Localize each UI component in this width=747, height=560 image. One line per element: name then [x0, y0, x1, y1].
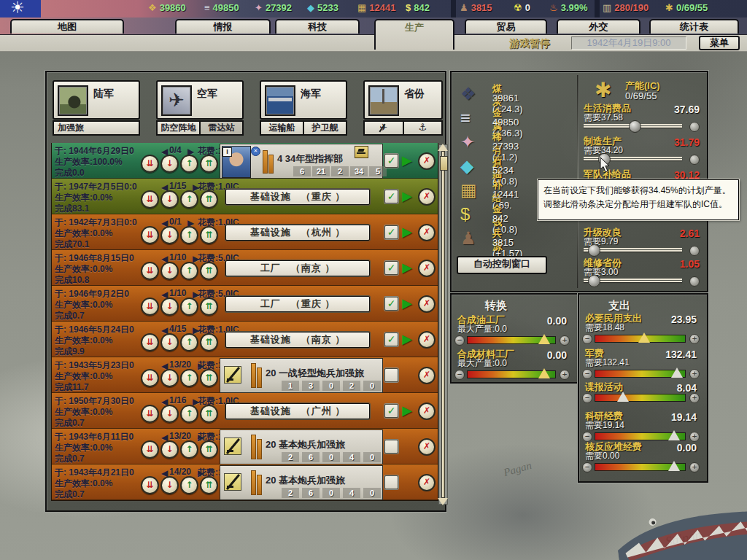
- priority-down-button[interactable]: ↓: [160, 190, 179, 209]
- slider-minus-button[interactable]: −: [582, 462, 592, 472]
- priority-down-double-button[interactable]: ⇊: [141, 190, 159, 209]
- slider-plus-button[interactable]: +: [689, 369, 700, 379]
- cancel-production-button[interactable]: ✗: [418, 331, 436, 349]
- priority-up-double-button[interactable]: ⇈: [200, 333, 218, 351]
- row-checkbox[interactable]: ✓: [384, 154, 398, 168]
- priority-up-double-button[interactable]: ⇈: [200, 226, 218, 244]
- row-checkbox[interactable]: ✓: [384, 190, 398, 203]
- priority-up-button[interactable]: ↑: [180, 476, 198, 494]
- run-production-button[interactable]: ▶: [402, 188, 412, 203]
- slider-minus-button[interactable]: −: [454, 335, 465, 346]
- priority-down-double-button[interactable]: ⇊: [141, 155, 159, 173]
- priority-up-button[interactable]: ↑: [180, 440, 198, 459]
- priority-up-double-button[interactable]: ⇈: [200, 190, 218, 209]
- tab-地图[interactable]: 地图: [10, 19, 124, 34]
- row-checkbox[interactable]: ✓: [384, 225, 398, 239]
- naval-strike-button[interactable]: ✈: [363, 120, 404, 136]
- priority-up-double-button[interactable]: ⇈: [200, 262, 218, 280]
- priority-up-double-button[interactable]: ⇈: [200, 369, 218, 387]
- priority-up-button[interactable]: ↑: [180, 190, 198, 209]
- category-海军[interactable]: 海军: [260, 80, 347, 120]
- priority-down-double-button[interactable]: ⇊: [141, 298, 159, 316]
- slider-plus-button[interactable]: +: [560, 335, 570, 346]
- priority-down-double-button[interactable]: ⇊: [141, 262, 159, 280]
- ic-slider-right-button[interactable]: [689, 155, 700, 165]
- cancel-production-button[interactable]: ✗: [418, 438, 436, 456]
- priority-up-button[interactable]: ↑: [180, 298, 198, 316]
- priority-up-double-button[interactable]: ⇈: [200, 298, 218, 316]
- slider-thumb[interactable]: [668, 430, 680, 440]
- cancel-production-button[interactable]: ✗: [418, 260, 436, 277]
- row-checkbox[interactable]: [384, 368, 398, 382]
- slider-thumb[interactable]: [538, 334, 550, 344]
- slider-thumb[interactable]: [538, 368, 550, 378]
- ic-slider-right-button[interactable]: [689, 246, 700, 256]
- priority-down-double-button[interactable]: ⇊: [141, 226, 159, 244]
- auto-control-window-button[interactable]: 自动控制窗口: [457, 256, 547, 274]
- priority-up-double-button[interactable]: ⇈: [200, 405, 218, 423]
- detach-icon[interactable]: ✕: [251, 147, 260, 156]
- priority-down-button[interactable]: ↓: [160, 440, 179, 459]
- priority-down-button[interactable]: ↓: [160, 333, 179, 351]
- sub-button-运输船[interactable]: 运输船: [260, 120, 304, 136]
- cancel-production-button[interactable]: ✗: [418, 188, 436, 206]
- priority-down-button[interactable]: ↓: [160, 476, 179, 494]
- production-scrollbar[interactable]: [438, 144, 448, 505]
- priority-down-double-button[interactable]: ⇊: [141, 440, 159, 459]
- sub-button-加强旅[interactable]: 加强旅: [53, 120, 140, 136]
- ic-slider-right-button[interactable]: [689, 276, 700, 287]
- priority-up-button[interactable]: ↑: [180, 333, 198, 351]
- building-name-button[interactable]: 基础设施 （广州 ）: [225, 403, 370, 419]
- cancel-production-button[interactable]: ✗: [418, 295, 436, 313]
- priority-up-button[interactable]: ↑: [180, 155, 198, 173]
- tab-情报[interactable]: 情报: [175, 19, 271, 34]
- slider-minus-button[interactable]: −: [582, 334, 592, 344]
- priority-down-button[interactable]: ↓: [160, 405, 179, 423]
- priority-down-button[interactable]: ↓: [160, 298, 179, 316]
- priority-up-double-button[interactable]: ⇈: [200, 476, 218, 494]
- cancel-production-button[interactable]: ✗: [418, 152, 436, 170]
- run-production-button[interactable]: ▶: [402, 331, 412, 346]
- building-name-button[interactable]: 基础设施 （杭州 ）: [225, 225, 370, 241]
- row-checkbox[interactable]: [384, 440, 398, 454]
- slider-minus-button[interactable]: −: [582, 369, 592, 379]
- priority-up-button[interactable]: ↑: [180, 405, 198, 423]
- priority-up-double-button[interactable]: ⇈: [200, 155, 218, 173]
- slider-plus-button[interactable]: +: [560, 370, 570, 380]
- slider-thumb[interactable]: [671, 368, 683, 378]
- building-name-button[interactable]: 工厂 （南京 ）: [225, 260, 370, 276]
- run-production-button[interactable]: ▶: [402, 295, 412, 311]
- slider-minus-button[interactable]: −: [582, 393, 592, 403]
- tab-外交[interactable]: 外交: [557, 19, 640, 34]
- run-production-button[interactable]: ▶: [402, 402, 412, 418]
- priority-down-button[interactable]: ↓: [160, 369, 179, 387]
- row-checkbox[interactable]: ✓: [384, 297, 398, 311]
- slider-thumb[interactable]: [638, 332, 650, 343]
- building-name-button[interactable]: 基础设施 （重庆 ）: [225, 189, 370, 205]
- priority-up-button[interactable]: ↑: [180, 226, 198, 244]
- slider-thumb[interactable]: [617, 392, 629, 402]
- menu-button[interactable]: 菜单: [699, 36, 740, 50]
- slider-plus-button[interactable]: +: [689, 462, 700, 472]
- row-checkbox[interactable]: [384, 475, 398, 489]
- sub-button-防空阵地[interactable]: 防空阵地: [156, 120, 201, 136]
- sub-button-护卫舰[interactable]: 护卫舰: [303, 120, 347, 136]
- priority-up-double-button[interactable]: ⇈: [200, 440, 218, 459]
- ic-slider-thumb[interactable]: [588, 244, 600, 257]
- row-checkbox[interactable]: ✓: [384, 261, 398, 275]
- priority-down-double-button[interactable]: ⇊: [141, 405, 159, 423]
- run-production-button[interactable]: ▶: [402, 152, 412, 168]
- building-name-button[interactable]: 基础设施 （南京 ）: [225, 332, 370, 348]
- row-checkbox[interactable]: ✓: [384, 332, 398, 346]
- priority-down-double-button[interactable]: ⇊: [141, 476, 159, 494]
- priority-up-button[interactable]: ↑: [180, 369, 198, 387]
- run-production-button[interactable]: ▶: [402, 224, 412, 239]
- cancel-production-button[interactable]: ✗: [418, 402, 436, 420]
- tab-科技[interactable]: 科技: [275, 19, 360, 34]
- cancel-production-button[interactable]: ✗: [418, 224, 436, 241]
- run-production-button[interactable]: ▶: [402, 260, 412, 275]
- cancel-production-button[interactable]: ✗: [418, 367, 436, 384]
- ic-slider-thumb[interactable]: [629, 120, 641, 133]
- category-空军[interactable]: ✈空军: [156, 80, 244, 120]
- slider-plus-button[interactable]: +: [689, 393, 700, 403]
